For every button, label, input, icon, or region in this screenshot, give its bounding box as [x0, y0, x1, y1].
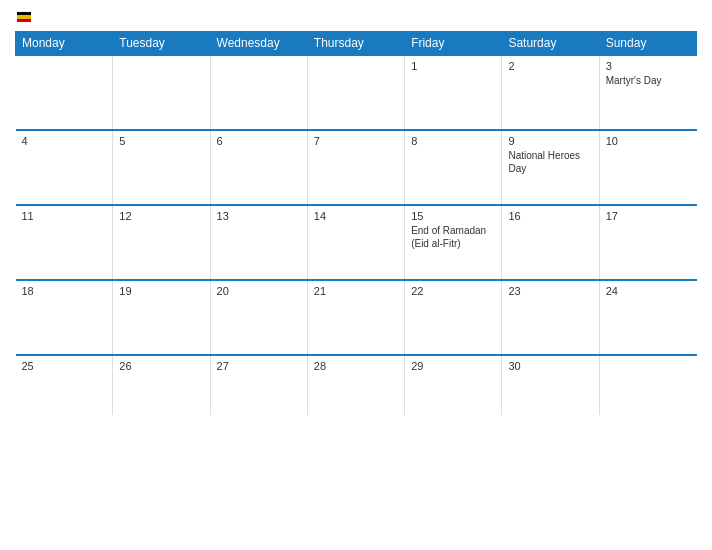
day-number: 4 [22, 135, 107, 147]
calendar-cell: 24 [599, 280, 696, 355]
day-number: 23 [508, 285, 592, 297]
logo-text [15, 10, 31, 23]
day-number: 20 [217, 285, 301, 297]
calendar-cell: 7 [307, 130, 404, 205]
day-number: 8 [411, 135, 495, 147]
calendar-cell: 26 [113, 355, 210, 415]
calendar-cell: 20 [210, 280, 307, 355]
calendar-table: MondayTuesdayWednesdayThursdayFridaySatu… [15, 31, 697, 415]
day-number: 19 [119, 285, 203, 297]
week-row-0: 123Martyr's Day [16, 55, 697, 130]
col-header-wednesday: Wednesday [210, 32, 307, 56]
calendar-cell: 21 [307, 280, 404, 355]
logo [15, 10, 31, 23]
day-number: 1 [411, 60, 495, 72]
day-event: National Heroes Day [508, 150, 580, 174]
day-number: 3 [606, 60, 691, 72]
day-number: 30 [508, 360, 592, 372]
day-number: 25 [22, 360, 107, 372]
calendar-cell: 27 [210, 355, 307, 415]
calendar-cell: 16 [502, 205, 599, 280]
calendar-cell: 22 [405, 280, 502, 355]
calendar-cell: 25 [16, 355, 113, 415]
calendar-cell: 30 [502, 355, 599, 415]
day-number: 9 [508, 135, 592, 147]
day-number: 26 [119, 360, 203, 372]
logo-flag-icon [17, 12, 31, 22]
calendar-cell: 17 [599, 205, 696, 280]
week-row-3: 18192021222324 [16, 280, 697, 355]
calendar-cell: 11 [16, 205, 113, 280]
day-event: End of Ramadan (Eid al-Fitr) [411, 225, 486, 249]
week-row-1: 456789National Heroes Day10 [16, 130, 697, 205]
week-row-4: 252627282930 [16, 355, 697, 415]
day-number: 16 [508, 210, 592, 222]
calendar-cell: 5 [113, 130, 210, 205]
calendar-cell [307, 55, 404, 130]
col-header-tuesday: Tuesday [113, 32, 210, 56]
calendar-cell: 29 [405, 355, 502, 415]
calendar-cell: 6 [210, 130, 307, 205]
day-number: 2 [508, 60, 592, 72]
calendar-header-row: MondayTuesdayWednesdayThursdayFridaySatu… [16, 32, 697, 56]
calendar-cell: 19 [113, 280, 210, 355]
day-number: 18 [22, 285, 107, 297]
day-number: 24 [606, 285, 691, 297]
day-number: 5 [119, 135, 203, 147]
day-number: 29 [411, 360, 495, 372]
calendar-cell: 3Martyr's Day [599, 55, 696, 130]
day-number: 7 [314, 135, 398, 147]
day-number: 12 [119, 210, 203, 222]
col-header-sunday: Sunday [599, 32, 696, 56]
calendar-cell: 10 [599, 130, 696, 205]
calendar-cell: 2 [502, 55, 599, 130]
day-number: 6 [217, 135, 301, 147]
col-header-friday: Friday [405, 32, 502, 56]
calendar-cell [210, 55, 307, 130]
header [15, 10, 697, 23]
calendar-cell: 8 [405, 130, 502, 205]
day-number: 13 [217, 210, 301, 222]
day-number: 22 [411, 285, 495, 297]
week-row-2: 1112131415End of Ramadan (Eid al-Fitr)16… [16, 205, 697, 280]
calendar-cell: 28 [307, 355, 404, 415]
day-number: 17 [606, 210, 691, 222]
calendar-cell [16, 55, 113, 130]
calendar-cell: 18 [16, 280, 113, 355]
day-number: 14 [314, 210, 398, 222]
calendar-cell: 15End of Ramadan (Eid al-Fitr) [405, 205, 502, 280]
calendar-cell: 14 [307, 205, 404, 280]
day-number: 27 [217, 360, 301, 372]
day-event: Martyr's Day [606, 75, 662, 86]
calendar-cell: 1 [405, 55, 502, 130]
calendar-cell: 13 [210, 205, 307, 280]
day-number: 21 [314, 285, 398, 297]
calendar-cell [113, 55, 210, 130]
calendar-cell: 9National Heroes Day [502, 130, 599, 205]
day-number: 10 [606, 135, 691, 147]
col-header-thursday: Thursday [307, 32, 404, 56]
day-number: 11 [22, 210, 107, 222]
day-number: 28 [314, 360, 398, 372]
day-number: 15 [411, 210, 495, 222]
calendar-cell [599, 355, 696, 415]
calendar-cell: 4 [16, 130, 113, 205]
calendar-page: MondayTuesdayWednesdayThursdayFridaySatu… [0, 0, 712, 550]
calendar-cell: 23 [502, 280, 599, 355]
col-header-monday: Monday [16, 32, 113, 56]
calendar-cell: 12 [113, 205, 210, 280]
col-header-saturday: Saturday [502, 32, 599, 56]
